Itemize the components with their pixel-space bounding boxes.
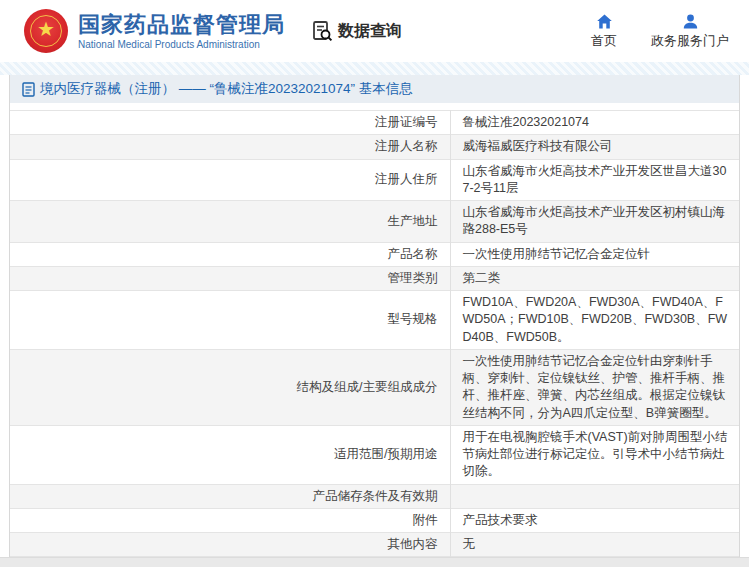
breadcrumb: 境内医疗器械（注册） —— “鲁械注准20232021074” 基本信息 [10,75,739,103]
row-label: 产品名称 [10,242,450,266]
registration-info-table: 注册证编号鲁械注准20232021074注册人名称威海福威医疗科技有限公司注册人… [10,110,739,557]
nmpa-logo[interactable]: 国家药品监督管理局 National Medical Products Admi… [24,9,285,53]
content-box: 境内医疗器械（注册） —— “鲁械注准20232021074” 基本信息 注册证… [9,75,740,557]
row-label: 型号规格 [10,291,450,350]
table-row: 适用范围/预期用途用于在电视胸腔镜手术(VAST)前对肺周围型小结节病灶部位进行… [10,425,739,484]
row-label: 生产地址 [10,201,450,243]
national-emblem-icon [24,9,68,53]
user-icon [682,13,699,30]
top-nav: 首页 政务服务门户 [591,13,729,50]
row-value: 第二类 [450,266,739,290]
row-value: 一次性使用肺结节记忆合金定位针 [450,242,739,266]
document-icon [22,82,35,97]
home-icon [596,13,613,30]
row-label: 管理类别 [10,266,450,290]
table-row: 结构及组成/主要组成成分一次性使用肺结节记忆合金定位针由穿刺针手柄、穿刺针、定位… [10,349,739,425]
row-value: 无 [450,533,739,557]
table-row: 产品名称一次性使用肺结节记忆合金定位针 [10,242,739,266]
data-query-button[interactable]: 数据查询 [311,20,402,42]
document-search-icon [311,20,333,42]
table-row: 注册人名称威海福威医疗科技有限公司 [10,135,739,159]
row-value: 用于在电视胸腔镜手术(VAST)前对肺周围型小结节病灶部位进行标记定位。引导术中… [450,425,739,484]
footer-strip [0,557,749,567]
row-value: 产品技术要求 [450,508,739,532]
row-label: 其他内容 [10,533,450,557]
site-header: 国家药品监督管理局 National Medical Products Admi… [0,0,749,62]
data-query-label: 数据查询 [338,21,402,42]
table-row: 其他内容无 [10,533,739,557]
row-label: 产品储存条件及有效期 [10,484,450,508]
main-area: 境内医疗器械（注册） —— “鲁械注准20232021074” 基本信息 注册证… [0,75,749,557]
row-label: 适用范围/预期用途 [10,425,450,484]
row-value: 山东省威海市火炬高技术产业开发区初村镇山海路288-E5号 [450,201,739,243]
row-value: 山东省威海市火炬高技术产业开发区世昌大道307-2号11层 [450,159,739,201]
table-row: 附件产品技术要求 [10,508,739,532]
org-title-zh: 国家药品监督管理局 [78,12,285,37]
row-value: 鲁械注准20232021074 [450,111,739,135]
row-value: 一次性使用肺结节记忆合金定位针由穿刺针手柄、穿刺针、定位镍钛丝、护管、推杆手柄、… [450,349,739,425]
table-row: 注册证编号鲁械注准20232021074 [10,111,739,135]
table-row: 生产地址山东省威海市火炬高技术产业开发区初村镇山海路288-E5号 [10,201,739,243]
org-title-en: National Medical Products Administration [78,39,285,50]
row-label: 附件 [10,508,450,532]
row-label: 注册人名称 [10,135,450,159]
table-row: 产品储存条件及有效期 [10,484,739,508]
nav-item-home[interactable]: 首页 [591,13,617,50]
row-value: FWD10A、FWD20A、FWD30A、FWD40A、FWD50A；FWD10… [450,291,739,350]
striped-divider [0,62,749,75]
table-row: 型号规格FWD10A、FWD20A、FWD30A、FWD40A、FWD50A；F… [10,291,739,350]
nav-item-gov-portal[interactable]: 政务服务门户 [651,13,729,50]
nav-label-gov-portal: 政务服务门户 [651,32,729,50]
nav-label-home: 首页 [591,32,617,50]
row-label: 注册证编号 [10,111,450,135]
table-row: 注册人住所山东省威海市火炬高技术产业开发区世昌大道307-2号11层 [10,159,739,201]
row-value: 威海福威医疗科技有限公司 [450,135,739,159]
breadcrumb-text: 境内医疗器械（注册） —— “鲁械注准20232021074” 基本信息 [40,80,413,98]
row-label: 结构及组成/主要组成成分 [10,349,450,425]
table-row: 管理类别第二类 [10,266,739,290]
row-label: 注册人住所 [10,159,450,201]
row-value [450,484,739,508]
